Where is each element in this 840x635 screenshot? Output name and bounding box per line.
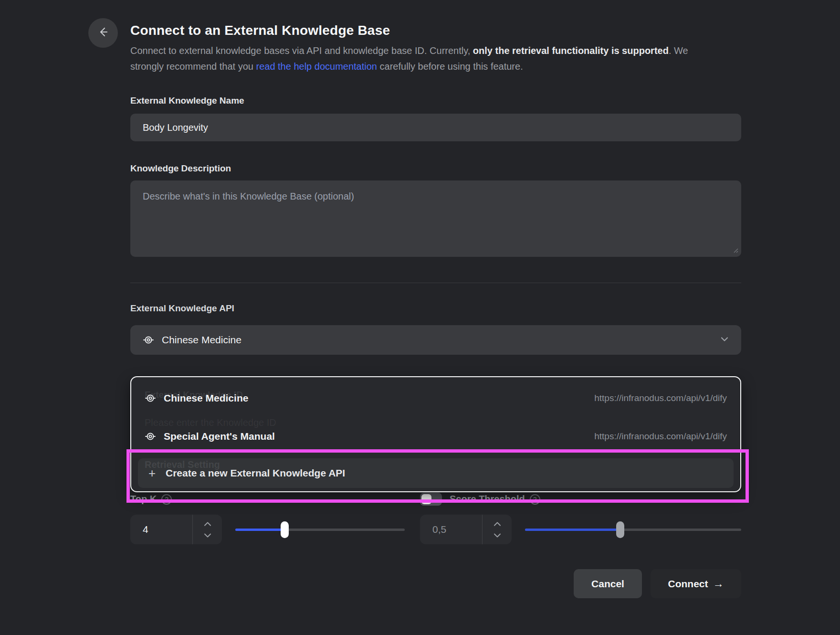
connect-button-label: Connect [668, 578, 708, 590]
arrow-right-icon: → [713, 577, 724, 590]
help-documentation-link[interactable]: read the help documentation [256, 61, 377, 72]
plus-icon: + [148, 466, 163, 481]
api-endpoint-icon [145, 431, 156, 442]
score-threshold-help-icon[interactable]: ? [530, 494, 540, 505]
slider-knob[interactable] [281, 521, 289, 538]
option-url: https://infranodus.com/api/v1/dify [594, 431, 727, 442]
description-bold: only the retrieval functionality is supp… [473, 45, 669, 56]
top-k-controls [130, 515, 405, 544]
stepper-down-icon[interactable] [204, 531, 211, 540]
back-button[interactable] [88, 18, 118, 48]
score-threshold-input[interactable] [420, 515, 482, 544]
footer-actions: Cancel Connect → [574, 569, 741, 598]
score-threshold-toggle[interactable] [420, 493, 442, 506]
score-threshold-number-box [420, 515, 512, 544]
create-new-api-option[interactable]: + Create a new External Knowledge API [138, 458, 734, 488]
connect-button[interactable]: Connect → [651, 569, 741, 598]
dropdown-option-special-agents-manual[interactable]: Special Agent's Manual https://infranodu… [131, 422, 740, 451]
page-description: Connect to external knowledge bases via … [130, 43, 710, 74]
slider-fill [235, 529, 284, 531]
cancel-button[interactable]: Cancel [574, 569, 642, 598]
back-arrow-icon [97, 26, 109, 40]
stepper-down-icon[interactable] [494, 531, 501, 540]
external-knowledge-name-input[interactable] [130, 114, 741, 141]
slider-fill [525, 529, 620, 531]
slider-knob[interactable] [616, 521, 624, 538]
stepper-up-icon[interactable] [204, 519, 211, 528]
top-k-number-box [130, 515, 222, 544]
option-url: https://infranodus.com/api/v1/dify [594, 393, 727, 403]
description-text-1: Connect to external knowledge bases via … [130, 45, 473, 56]
top-k-label-group: Top K ? [130, 493, 405, 506]
api-endpoint-icon [145, 392, 156, 404]
external-knowledge-api-label: External Knowledge API [130, 303, 741, 314]
score-threshold-label-group: Score Threshold ? [420, 493, 741, 506]
create-new-api-label: Create a new External Knowledge API [166, 467, 345, 479]
external-knowledge-name-label: External Knowledge Name [130, 95, 741, 106]
top-k-slider[interactable] [235, 515, 405, 544]
retrieval-label-row: Top K ? Score Threshold ? [130, 493, 741, 506]
score-threshold-stepper[interactable] [482, 515, 512, 544]
section-divider [130, 283, 741, 283]
top-k-label: Top K [130, 494, 157, 505]
api-dropdown-panel: External Knowledge ID Please enter the K… [130, 376, 741, 492]
top-k-input[interactable] [130, 515, 192, 544]
selected-api-label: Chinese Medicine [162, 334, 719, 346]
api-endpoint-icon [143, 334, 154, 346]
top-k-help-icon[interactable]: ? [161, 494, 172, 505]
option-label: Chinese Medicine [164, 392, 594, 404]
score-threshold-label: Score Threshold [450, 494, 525, 505]
page-title: Connect to an External Knowledge Base [130, 23, 741, 38]
stepper-up-icon[interactable] [494, 519, 501, 528]
option-label: Special Agent's Manual [164, 431, 594, 442]
description-text-3: carefully before using this feature. [377, 61, 523, 72]
knowledge-description-label: Knowledge Description [130, 163, 741, 174]
chevron-down-icon [719, 334, 730, 346]
score-threshold-slider[interactable] [525, 515, 741, 544]
knowledge-description-textarea[interactable] [130, 180, 741, 257]
knowledge-description-wrap [130, 180, 741, 259]
retrieval-input-row [130, 515, 741, 544]
score-threshold-controls [420, 515, 741, 544]
dialog-content: Connect to an External Knowledge Base Co… [130, 23, 741, 355]
external-knowledge-api-select[interactable]: Chinese Medicine [130, 325, 741, 355]
top-k-stepper[interactable] [192, 515, 222, 544]
resize-handle-icon[interactable] [732, 246, 738, 255]
dropdown-option-chinese-medicine[interactable]: Chinese Medicine https://infranodus.com/… [131, 384, 740, 413]
toggle-knob [421, 494, 431, 504]
